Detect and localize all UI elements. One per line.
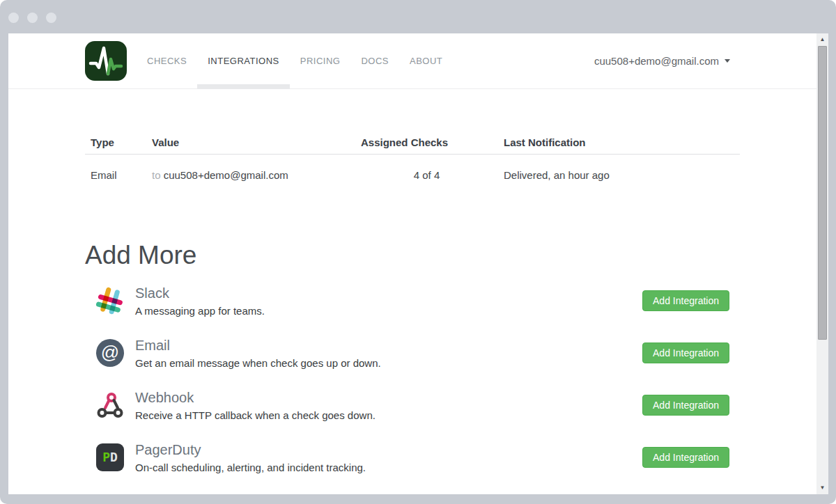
email-icon: @ bbox=[96, 339, 124, 367]
site-header: CHECKS INTEGRATIONS PRICING DOCS ABOUT c… bbox=[8, 33, 816, 89]
nav-item-checks[interactable]: CHECKS bbox=[137, 33, 197, 89]
integrations-table: Type Value Assigned Checks Last Notifica… bbox=[85, 131, 740, 199]
col-header-assigned-checks: Assigned Checks bbox=[355, 131, 498, 155]
integration-description: A messaging app for teams. bbox=[135, 305, 642, 317]
cell-value: to cuu508+demo@gmail.com bbox=[146, 155, 355, 200]
scroll-down-arrow-icon[interactable]: ▼ bbox=[816, 483, 828, 493]
pulse-icon bbox=[85, 41, 127, 81]
cell-assigned-checks: 4 of 4 bbox=[355, 155, 498, 200]
integration-row-webhook: Webhook Receive a HTTP callback when a c… bbox=[85, 383, 740, 427]
nav-item-pricing[interactable]: PRICING bbox=[290, 33, 351, 89]
integration-row-slack: Slack A messaging app for teams. Add Int… bbox=[85, 278, 740, 323]
nav-item-docs[interactable]: DOCS bbox=[350, 33, 399, 89]
window-control-dot[interactable] bbox=[46, 13, 56, 23]
nav-item-integrations[interactable]: INTEGRATIONS bbox=[197, 33, 290, 89]
window-controls bbox=[8, 13, 56, 23]
value-prefix: to bbox=[152, 169, 161, 181]
nav-item-about[interactable]: ABOUT bbox=[399, 33, 453, 89]
integration-name: Slack bbox=[135, 285, 642, 301]
integration-description: On-call scheduling, alerting, and incide… bbox=[135, 462, 642, 473]
scrollbar-thumb[interactable] bbox=[818, 46, 827, 340]
browser-window: CHECKS INTEGRATIONS PRICING DOCS ABOUT c… bbox=[0, 0, 836, 504]
col-header-last-notification: Last Notification bbox=[498, 131, 740, 155]
account-menu[interactable]: cuu508+demo@gmail.com bbox=[594, 55, 730, 67]
value-email: cuu508+demo@gmail.com bbox=[164, 169, 288, 181]
integration-row-email: @ Email Get an email message when check … bbox=[85, 331, 740, 375]
add-more-heading: Add More bbox=[85, 241, 740, 270]
slack-icon bbox=[96, 287, 124, 315]
pagerduty-icon: PD bbox=[96, 443, 124, 471]
add-integration-button-slack[interactable]: Add Integration bbox=[642, 290, 729, 311]
integration-description: Get an email message when check goes up … bbox=[135, 357, 642, 369]
table-row: Email to cuu508+demo@gmail.com 4 of 4 De… bbox=[85, 155, 740, 200]
browser-titlebar bbox=[0, 0, 836, 33]
main-nav: CHECKS INTEGRATIONS PRICING DOCS ABOUT bbox=[137, 33, 453, 89]
healthchecks-logo[interactable] bbox=[85, 41, 127, 81]
window-control-dot[interactable] bbox=[27, 13, 38, 23]
integration-name: Webhook bbox=[135, 390, 642, 406]
page: CHECKS INTEGRATIONS PRICING DOCS ABOUT c… bbox=[8, 33, 816, 494]
integration-name: PagerDuty bbox=[135, 442, 642, 458]
vertical-scrollbar[interactable]: ▲ ▼ bbox=[816, 33, 828, 494]
add-integration-button-webhook[interactable]: Add Integration bbox=[642, 395, 729, 416]
add-integration-button-pagerduty[interactable]: Add Integration bbox=[642, 447, 729, 468]
integration-description: Receive a HTTP callback when a check goe… bbox=[135, 409, 642, 421]
cell-last-notification: Delivered, an hour ago bbox=[498, 155, 740, 200]
webhook-icon bbox=[96, 391, 124, 419]
add-integration-button-email[interactable]: Add Integration bbox=[642, 342, 729, 363]
cell-type: Email bbox=[85, 155, 146, 200]
col-header-type: Type bbox=[85, 131, 146, 155]
table-header-row: Type Value Assigned Checks Last Notifica… bbox=[85, 131, 740, 155]
main-content: Type Value Assigned Checks Last Notifica… bbox=[8, 131, 816, 480]
scroll-up-arrow-icon[interactable]: ▲ bbox=[816, 35, 828, 45]
account-email: cuu508+demo@gmail.com bbox=[594, 55, 719, 67]
caret-down-icon bbox=[725, 59, 730, 63]
integration-row-pagerduty: PD PagerDuty On-call scheduling, alertin… bbox=[85, 435, 740, 480]
integration-name: Email bbox=[135, 338, 642, 354]
window-control-dot[interactable] bbox=[8, 13, 19, 23]
col-header-value: Value bbox=[146, 131, 355, 155]
